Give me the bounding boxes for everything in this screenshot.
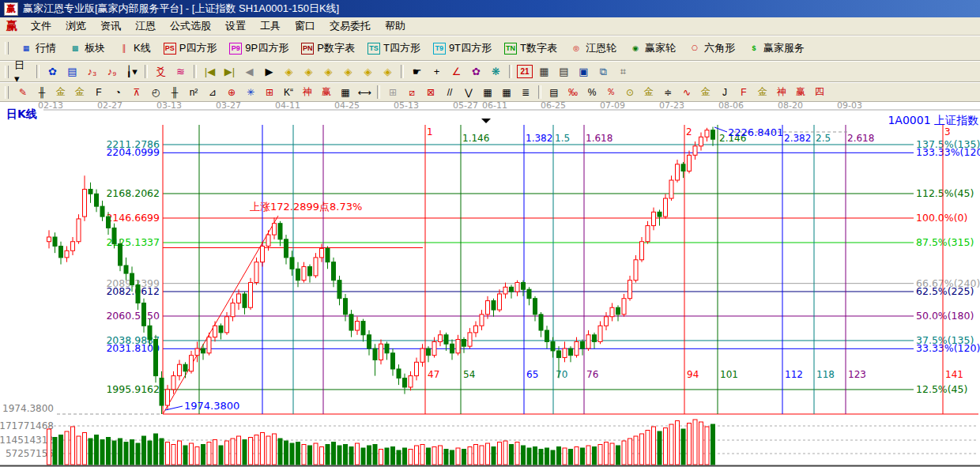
permille-tool[interactable]: ‰ bbox=[564, 84, 582, 100]
p-square-button[interactable]: PSP四方形 bbox=[157, 38, 224, 58]
winner-service-button[interactable]: $赢家服务 bbox=[741, 38, 811, 58]
menu-item-0[interactable]: 文件 bbox=[24, 17, 58, 35]
wave3-icon[interactable]: ♪₃ bbox=[82, 62, 102, 81]
red-ruler-tool[interactable]: ⊼ bbox=[127, 84, 146, 100]
spiral-tool[interactable]: ◔ bbox=[108, 84, 127, 100]
gold-lines-tool[interactable]: 金 bbox=[639, 84, 658, 100]
star-blue-tool[interactable]: ✳ bbox=[241, 84, 260, 100]
menu-item-9[interactable]: 帮助 bbox=[378, 17, 413, 35]
period-label[interactable]: 日K线 bbox=[6, 107, 37, 120]
kline-button[interactable]: ║K线 bbox=[111, 38, 157, 58]
angle-mark-tool[interactable]: ⊿ bbox=[203, 84, 222, 100]
box-gray-tool[interactable]: ⊞ bbox=[383, 84, 402, 100]
first-bar-button[interactable]: |◀ bbox=[200, 62, 220, 81]
hexagon-button[interactable]: ⎔六角形 bbox=[682, 38, 741, 58]
measure-tool[interactable]: ≑ bbox=[658, 84, 677, 100]
toolbar-grip[interactable] bbox=[5, 66, 9, 78]
save-icon[interactable]: ▣ bbox=[574, 62, 594, 81]
remote-icon[interactable]: ⌗ bbox=[613, 62, 633, 81]
red-k-icon[interactable]: 爻 bbox=[151, 62, 171, 81]
diamond-left-button[interactable]: ◈ bbox=[279, 62, 299, 81]
toolbar-grip[interactable] bbox=[5, 86, 9, 99]
sectors-button[interactable]: ▩板块 bbox=[62, 38, 111, 58]
percent-tool[interactable]: % bbox=[582, 84, 601, 100]
quotes-button[interactable]: ▦行情 bbox=[13, 38, 62, 58]
gold-circle-tool[interactable]: ⊙ bbox=[620, 84, 639, 100]
winner-wheel-button[interactable]: ◉赢家轮 bbox=[623, 38, 682, 58]
angle-tool[interactable]: ∠ bbox=[447, 62, 466, 81]
calculator-icon[interactable]: ▦ bbox=[534, 62, 554, 81]
menu-item-1[interactable]: 浏览 bbox=[58, 17, 93, 35]
toolbar-grip[interactable] bbox=[5, 42, 9, 55]
9t-square-button[interactable]: T99T四方形 bbox=[427, 38, 498, 58]
grid-a-tool[interactable]: ▦ bbox=[478, 84, 497, 100]
gold-angle-tool[interactable]: 金 bbox=[696, 84, 715, 100]
k-quote-tool[interactable]: K“ bbox=[279, 84, 298, 100]
gann-wheel-button[interactable]: ◎江恩轮 bbox=[564, 38, 623, 58]
gold-ruler-tool[interactable]: 金 bbox=[51, 84, 70, 100]
t-square-button[interactable]: TST四方形 bbox=[361, 38, 427, 58]
f-angle-tool[interactable]: F bbox=[734, 84, 753, 100]
diamond-all-button[interactable]: ◈ bbox=[378, 62, 398, 81]
grid123-tool[interactable]: ▦ bbox=[336, 84, 355, 100]
fan-box-tool[interactable]: ⊠ bbox=[421, 84, 440, 100]
crosshair-tool[interactable]: + bbox=[427, 62, 447, 81]
menu-item-3[interactable]: 江恩 bbox=[128, 17, 163, 35]
calendar-icon[interactable]: 21 bbox=[517, 65, 533, 78]
menu-item-7[interactable]: 窗口 bbox=[288, 17, 322, 35]
diamond-right-button[interactable]: ◈ bbox=[299, 62, 318, 81]
next-button[interactable]: ▶ bbox=[259, 62, 279, 81]
v-tool[interactable]: ⋁ bbox=[459, 84, 478, 100]
slant-tool[interactable]: // bbox=[440, 84, 459, 100]
kline-chart[interactable]: 02-1302-2703-1303-2704-1104-2505-1305-27… bbox=[0, 102, 980, 467]
network-icon[interactable]: ⧉ bbox=[594, 62, 613, 81]
clock-tool[interactable]: ◴ bbox=[146, 84, 165, 100]
wave-tool[interactable]: ∿ bbox=[677, 84, 696, 100]
grid-b-tool[interactable]: ▦ bbox=[497, 84, 516, 100]
diamond-x-button[interactable]: ◈ bbox=[338, 62, 358, 81]
hand-tool[interactable]: ☛ bbox=[407, 62, 427, 81]
pct-lines-tool[interactable]: ％ bbox=[601, 84, 620, 100]
grid-lines-tool[interactable]: ╫ bbox=[32, 84, 51, 100]
span-tool[interactable]: ⟷ bbox=[355, 84, 374, 100]
diamond-h-button[interactable]: ◈ bbox=[318, 62, 338, 81]
pattern-icon[interactable]: ✿ bbox=[43, 62, 62, 81]
wave9-icon[interactable]: ♪₉ bbox=[102, 62, 122, 81]
menu-item-8[interactable]: 交易委托 bbox=[322, 17, 378, 35]
gann-flower-tool[interactable]: ✿ bbox=[466, 62, 486, 81]
gold-angle2-tool[interactable]: 金 bbox=[753, 84, 772, 100]
comb-tool[interactable]: ╫ bbox=[165, 84, 184, 100]
last-bar-button[interactable]: ▶| bbox=[220, 62, 239, 81]
parallel-tool[interactable]: ≣ bbox=[516, 84, 535, 100]
menu-item-2[interactable]: 资讯 bbox=[93, 17, 128, 35]
9p-square-button[interactable]: P99P四方形 bbox=[223, 38, 295, 58]
prev-button[interactable]: ◀ bbox=[239, 62, 259, 81]
ying-angle-tool[interactable]: 赢 bbox=[791, 84, 810, 100]
notes-icon[interactable]: ▤ bbox=[554, 62, 574, 81]
distribution-icon[interactable]: ≋ bbox=[171, 62, 190, 81]
gold-ruler2-tool[interactable]: 金 bbox=[70, 84, 89, 100]
symbol-label[interactable]: 1A0001 上证指数 bbox=[888, 114, 978, 126]
j-angle-tool[interactable]: J bbox=[715, 84, 734, 100]
star-box-tool[interactable]: ⊞ bbox=[260, 84, 279, 100]
n2-tool[interactable]: n² bbox=[184, 84, 203, 100]
list-pct-tool[interactable]: ▤ bbox=[545, 84, 564, 100]
diamond-plus-button[interactable]: ◈ bbox=[358, 62, 378, 81]
menu-item-6[interactable]: 工具 bbox=[253, 17, 288, 35]
t-table-button[interactable]: TNT数字表 bbox=[498, 38, 564, 58]
brain-icon[interactable]: ❋ bbox=[486, 62, 506, 81]
menu-item-4[interactable]: 公式选股 bbox=[163, 17, 218, 35]
pen-tool[interactable]: ✎ bbox=[13, 84, 32, 100]
shen-tool[interactable]: 神 bbox=[298, 84, 317, 100]
period-dropdown[interactable]: 日 ▾ bbox=[13, 62, 33, 81]
report-icon[interactable]: ▤ bbox=[62, 62, 82, 81]
p-table-button[interactable]: PNP数字表 bbox=[295, 38, 361, 58]
fan-tool[interactable]: ⧄ bbox=[402, 84, 421, 100]
f-lines-tool[interactable]: F bbox=[89, 84, 108, 100]
crosshair-circle-tool[interactable]: ⊕ bbox=[222, 84, 241, 100]
ying-tool[interactable]: 赢 bbox=[317, 84, 336, 100]
si-angle-tool[interactable]: 四 bbox=[810, 84, 829, 100]
candle-dropdown[interactable]: ╽▾ bbox=[122, 62, 141, 81]
shen-angle-tool[interactable]: 神 bbox=[772, 84, 791, 100]
menu-item-5[interactable]: 设置 bbox=[218, 17, 253, 35]
